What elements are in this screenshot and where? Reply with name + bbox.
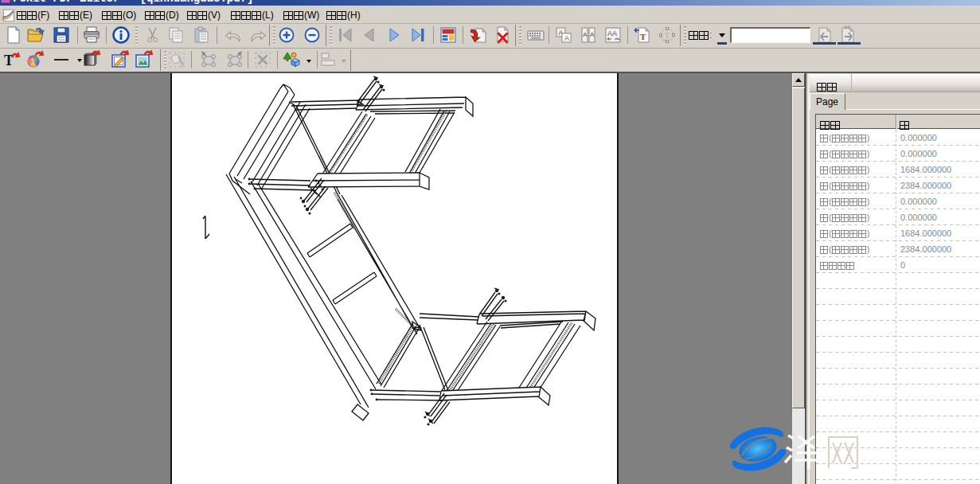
svg-text:AA: AA xyxy=(607,29,617,37)
svg-text:T: T xyxy=(640,32,646,41)
svg-text:T: T xyxy=(665,31,670,40)
svg-text:A: A xyxy=(564,34,569,42)
svg-text:A: A xyxy=(583,31,588,38)
svg-text:A: A xyxy=(590,31,595,38)
